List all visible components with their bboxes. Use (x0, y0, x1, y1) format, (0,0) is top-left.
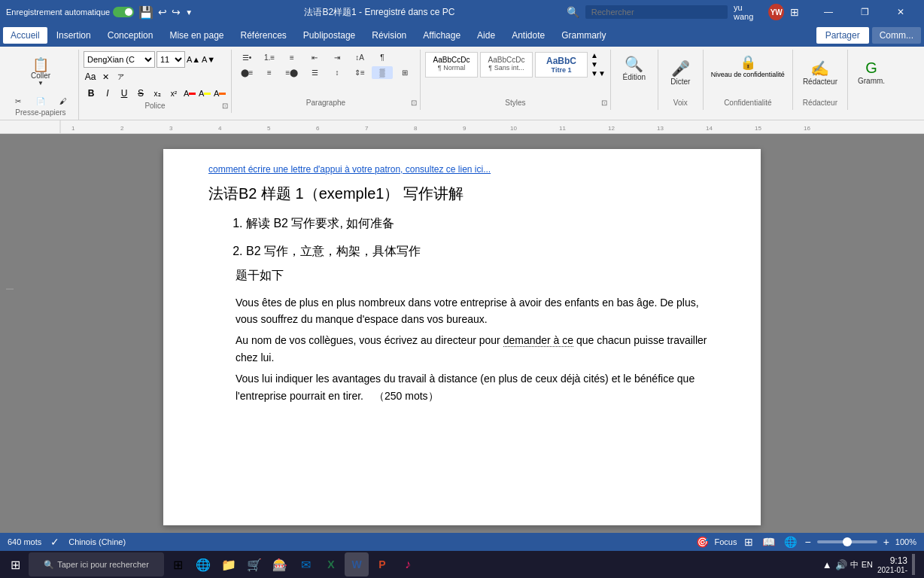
multilevel-button[interactable]: ≡ (281, 51, 302, 64)
zoom-out-btn[interactable]: − (804, 536, 810, 548)
taskbar-explorer[interactable]: 📁 (217, 552, 241, 576)
styles-scroll[interactable]: ▲ ▼ ▼▼ (591, 51, 606, 78)
menu-item-misepage[interactable]: Mise en page (162, 27, 231, 44)
increase-indent-button[interactable]: ⇥ (327, 51, 348, 64)
start-button[interactable]: ⊞ (3, 552, 27, 576)
read-mode-icon[interactable]: 📖 (761, 534, 777, 549)
ime-icon[interactable]: 中 (850, 559, 859, 570)
menu-item-revision[interactable]: Révision (364, 27, 414, 44)
user-avatar[interactable]: YW (768, 4, 784, 20)
italic-button[interactable]: I (100, 86, 115, 101)
strikethrough-button[interactable]: S (133, 86, 148, 101)
style-normal-item[interactable]: AaBbCcDc ¶ Normal (425, 52, 478, 78)
undo-icon[interactable]: ↩ (158, 6, 167, 18)
dropdown-icon[interactable]: ▼ (185, 8, 193, 17)
save-icon[interactable]: 💾 (138, 5, 153, 20)
bold-button[interactable]: B (84, 86, 99, 101)
search-taskbar[interactable]: 🔍 Taper ici pour rechercher (29, 552, 164, 576)
autosave-switch[interactable] (113, 7, 134, 17)
edition-button[interactable]: 🔍 Édition (615, 51, 653, 85)
menu-item-references[interactable]: Références (233, 27, 293, 44)
menu-item-grammarly[interactable]: Grammarly (554, 27, 613, 44)
print-layout-icon[interactable]: ⊞ (743, 534, 755, 549)
redacteur-button[interactable]: ✍ Rédacteur (798, 51, 843, 93)
taskbar-ppt[interactable]: P (370, 552, 394, 576)
style-sans-item[interactable]: AaBbCcDc ¶ Sans int... (480, 52, 533, 78)
align-right-button[interactable]: ≡⬤ (281, 66, 302, 79)
highlight-btn[interactable]: A (198, 87, 211, 100)
redo-icon[interactable]: ↪ (172, 6, 181, 18)
align-left-button[interactable]: ⬤≡ (236, 66, 257, 79)
police-expand-icon[interactable]: ⊡ (222, 102, 228, 110)
gramm-button[interactable]: G Gramm. (853, 51, 890, 93)
layout-icon[interactable]: ⊞ (790, 6, 799, 18)
align-center-button[interactable]: ≡ (259, 66, 280, 79)
borders-button[interactable]: ⊞ (394, 66, 415, 79)
increase-font-button[interactable]: A▲ (187, 53, 200, 66)
taskbar-edge[interactable]: 🌐 (191, 552, 215, 576)
taskbar-excel[interactable]: X (319, 552, 343, 576)
underline-button[interactable]: U (117, 86, 132, 101)
menu-item-affichage[interactable]: Affichage (415, 27, 468, 44)
zoom-in-btn[interactable]: + (883, 536, 889, 548)
case-btn[interactable]: Aa (84, 70, 97, 84)
menu-item-insertion[interactable]: Insertion (49, 27, 99, 44)
taskbar-store[interactable]: 🛒 (242, 552, 266, 576)
shading-btn[interactable]: A (213, 87, 226, 100)
spell-check-icon[interactable]: ✓ (50, 536, 59, 548)
paragraphe-expand-icon[interactable]: ⊡ (411, 99, 417, 107)
clock[interactable]: 9:13 2021-01- (877, 555, 907, 574)
autosave-toggle[interactable]: Enregistrement automatique (6, 7, 134, 17)
language-label[interactable]: Chinois (Chine) (68, 537, 126, 546)
font-family-select[interactable]: DengXian (C (84, 51, 155, 68)
comments-button[interactable]: Comm... (872, 27, 921, 44)
volume-icon[interactable]: 🔊 (835, 559, 847, 570)
search-input-title[interactable] (585, 5, 728, 19)
sort-button[interactable]: ↕A (349, 51, 370, 64)
share-button[interactable]: Partager (816, 27, 869, 44)
bullets-button[interactable]: ☰• (236, 51, 257, 64)
format-painter-button[interactable]: 🖌 (53, 95, 74, 108)
taskbar-mail[interactable]: ✉ (293, 552, 318, 576)
header-link[interactable]: comment écrire une lettre d'appui à votr… (208, 164, 716, 175)
subscript-button[interactable]: x₂ (150, 86, 165, 101)
focus-icon[interactable]: 🎯 (696, 536, 709, 548)
keyboard-icon[interactable]: EN (862, 560, 873, 569)
menu-item-antidote[interactable]: Antidote (504, 27, 552, 44)
numbering-button[interactable]: 1.≡ (259, 51, 280, 64)
web-layout-icon[interactable]: 🌐 (783, 534, 798, 549)
text-color-btn[interactable]: A (183, 87, 196, 100)
cut-button[interactable]: ✂ (8, 95, 29, 108)
taskbar-solitaire[interactable]: 🎰 (268, 552, 292, 576)
styles-expand-icon[interactable]: ⊡ (601, 99, 607, 107)
menu-item-publipostage[interactable]: Publipostage (296, 27, 363, 44)
shading-para-button[interactable]: ▒ (372, 66, 393, 79)
menu-item-conception[interactable]: Conception (100, 27, 161, 44)
minimize-button[interactable]: — (811, 0, 846, 24)
show-hide-button[interactable]: ¶ (372, 51, 393, 64)
dicter-button[interactable]: 🎤 Dicter (665, 51, 695, 93)
focus-label[interactable]: Focus (715, 537, 737, 546)
restore-button[interactable]: ❐ (847, 0, 882, 24)
line-spacing-button[interactable]: ⇕≡ (349, 66, 370, 79)
conf-button[interactable]: 🔒 Niveau de confidentialité (708, 51, 788, 82)
text-dir-button[interactable]: ↕ (327, 66, 348, 79)
decrease-indent-button[interactable]: ⇤ (304, 51, 325, 64)
clear-format-btn[interactable]: ✕ (99, 70, 112, 84)
network-icon[interactable]: ▲ (822, 559, 832, 570)
copy-button[interactable]: 📄 (30, 95, 51, 108)
menu-item-accueil[interactable]: Accueil (3, 27, 47, 44)
word-count[interactable]: 640 mots (8, 537, 41, 546)
show-desktop-btn[interactable] (912, 554, 915, 575)
superscript-button[interactable]: x² (166, 86, 181, 101)
close-button[interactable]: ✕ (883, 0, 918, 24)
menu-item-aide[interactable]: Aide (470, 27, 503, 44)
taskbar-word[interactable]: W (345, 552, 369, 576)
taskbar-music[interactable]: ♪ (396, 552, 420, 576)
justify-button[interactable]: ☰ (304, 66, 325, 79)
paste-button[interactable]: 📋 Coller ▼ (26, 51, 56, 93)
phonetic-btn[interactable]: ア (114, 70, 127, 84)
task-view-btn[interactable]: ⊞ (166, 552, 190, 576)
style-titre1-item[interactable]: AaBbC Titre 1 (535, 52, 588, 78)
zoom-slider[interactable] (817, 540, 877, 543)
